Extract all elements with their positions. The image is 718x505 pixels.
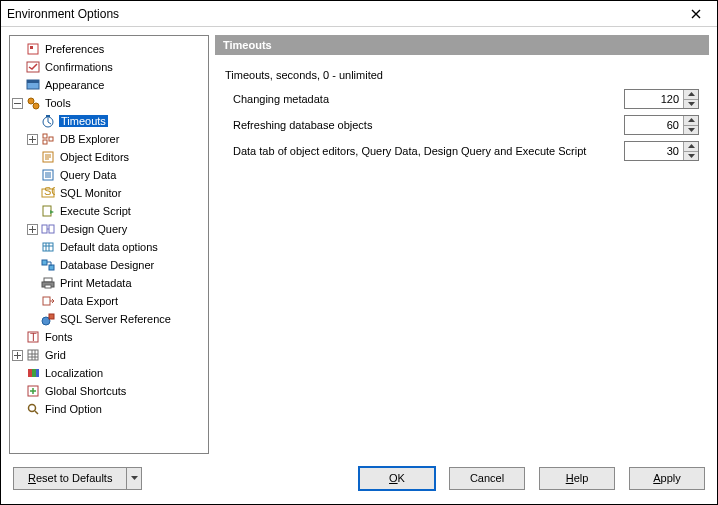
tree-item-fonts[interactable]: T Fonts xyxy=(12,328,206,346)
cancel-button[interactable]: Cancel xyxy=(449,467,525,490)
titlebar: Environment Options xyxy=(1,1,717,27)
spin-refreshing xyxy=(624,115,699,135)
datatab-input[interactable] xyxy=(625,142,683,160)
tree-item-default-data-options[interactable]: Default data options xyxy=(12,238,206,256)
help-button[interactable]: Help xyxy=(539,467,615,490)
svg-rect-9 xyxy=(43,134,47,138)
reset-dropdown-button[interactable] xyxy=(126,467,142,490)
tree-label: Print Metadata xyxy=(59,277,133,289)
tree-label: Design Query xyxy=(59,223,128,235)
tree-item-appearance[interactable]: Appearance xyxy=(12,76,206,94)
svg-rect-31 xyxy=(28,369,32,377)
tree-label: Localization xyxy=(44,367,104,379)
tree-item-timeouts[interactable]: Timeouts xyxy=(12,112,206,130)
tree-item-find-option[interactable]: Find Option xyxy=(12,400,206,418)
find-icon xyxy=(25,401,41,417)
svg-rect-33 xyxy=(36,369,39,377)
spin-up-button[interactable] xyxy=(684,116,698,126)
tree-label: Timeouts xyxy=(59,115,108,127)
query-data-icon xyxy=(40,167,56,183)
tree-item-sql-server-ref[interactable]: SQL Server Reference xyxy=(12,310,206,328)
svg-point-6 xyxy=(33,103,39,109)
svg-rect-10 xyxy=(43,140,47,144)
nav-tree[interactable]: Preferences Confirmations Appearance Too… xyxy=(9,35,209,454)
tree-label: Tools xyxy=(44,97,72,109)
svg-rect-4 xyxy=(27,80,39,83)
spin-down-button[interactable] xyxy=(684,126,698,135)
tree-item-print-metadata[interactable]: Print Metadata xyxy=(12,274,206,292)
svg-rect-18 xyxy=(49,225,54,233)
tree-label: SQL Server Reference xyxy=(59,313,172,325)
tree-item-preferences[interactable]: Preferences xyxy=(12,40,206,58)
tree-item-confirmations[interactable]: Confirmations xyxy=(12,58,206,76)
tree-item-design-query[interactable]: Design Query xyxy=(12,220,206,238)
chevron-down-icon xyxy=(688,128,695,132)
spin-changing-metadata xyxy=(624,89,699,109)
tree-item-sql-monitor[interactable]: SQL SQL Monitor xyxy=(12,184,206,202)
svg-rect-16 xyxy=(43,206,51,216)
sql-server-ref-icon xyxy=(40,311,56,327)
spin-up-button[interactable] xyxy=(684,142,698,152)
tree-item-grid[interactable]: Grid xyxy=(12,346,206,364)
field-label: Changing metadata xyxy=(233,93,624,105)
spin-down-button[interactable] xyxy=(684,152,698,161)
reset-button[interactable]: Reset to Defaults xyxy=(13,467,126,490)
tree-item-database-designer[interactable]: Database Designer xyxy=(12,256,206,274)
fonts-icon: T xyxy=(25,329,41,345)
spin-down-button[interactable] xyxy=(684,100,698,109)
tree-item-execute-script[interactable]: Execute Script xyxy=(12,202,206,220)
content-panel: Timeouts Timeouts, seconds, 0 - unlimite… xyxy=(215,35,709,454)
button-bar: Reset to Defaults OK Cancel Help Apply xyxy=(1,462,717,504)
tree-label: Grid xyxy=(44,349,67,361)
tree-item-data-export[interactable]: Data Export xyxy=(12,292,206,310)
chevron-up-icon xyxy=(688,92,695,96)
expander-icon[interactable] xyxy=(27,224,38,235)
tree-item-query-data[interactable]: Query Data xyxy=(12,166,206,184)
expander-icon[interactable] xyxy=(12,350,23,361)
svg-rect-30 xyxy=(28,350,38,360)
panel-body: Timeouts, seconds, 0 - unlimited Changin… xyxy=(215,55,709,454)
apply-button[interactable]: Apply xyxy=(629,467,705,490)
chevron-down-icon xyxy=(131,476,138,480)
svg-rect-25 xyxy=(43,297,50,305)
db-explorer-icon xyxy=(40,131,56,147)
svg-rect-19 xyxy=(43,243,53,251)
expander-icon[interactable] xyxy=(12,98,23,109)
close-button[interactable] xyxy=(681,4,711,24)
svg-point-5 xyxy=(28,98,34,104)
tree-item-tools[interactable]: Tools xyxy=(12,94,206,112)
tree-label: Query Data xyxy=(59,169,117,181)
svg-text:T: T xyxy=(30,331,37,343)
svg-rect-32 xyxy=(32,369,36,377)
tree-item-localization[interactable]: Localization xyxy=(12,364,206,382)
field-changing-metadata: Changing metadata xyxy=(225,87,699,111)
expander-icon[interactable] xyxy=(27,134,38,145)
svg-rect-20 xyxy=(42,260,47,265)
svg-rect-17 xyxy=(42,225,47,233)
tree-item-global-shortcuts[interactable]: Global Shortcuts xyxy=(12,382,206,400)
tree-label: Global Shortcuts xyxy=(44,385,127,397)
close-icon xyxy=(691,9,701,19)
default-data-icon xyxy=(40,239,56,255)
svg-rect-8 xyxy=(46,115,50,117)
preferences-icon xyxy=(25,41,41,57)
confirmations-icon xyxy=(25,59,41,75)
design-query-icon xyxy=(40,221,56,237)
spin-up-button[interactable] xyxy=(684,90,698,100)
field-label: Refreshing database objects xyxy=(233,119,624,131)
tree-label: Data Export xyxy=(59,295,119,307)
tree-label: DB Explorer xyxy=(59,133,120,145)
changing-metadata-input[interactable] xyxy=(625,90,683,108)
window-title: Environment Options xyxy=(7,7,119,21)
field-label: Data tab of object editors, Query Data, … xyxy=(233,145,624,157)
tree-label: Appearance xyxy=(44,79,105,91)
tree-item-db-explorer[interactable]: DB Explorer xyxy=(12,130,206,148)
tree-item-object-editors[interactable]: Object Editors xyxy=(12,148,206,166)
tree-label: Database Designer xyxy=(59,259,155,271)
chevron-up-icon xyxy=(688,118,695,122)
grid-icon xyxy=(25,347,41,363)
ok-button[interactable]: OK xyxy=(359,467,435,490)
appearance-icon xyxy=(25,77,41,93)
reset-split-button: Reset to Defaults xyxy=(13,467,142,490)
refreshing-input[interactable] xyxy=(625,116,683,134)
